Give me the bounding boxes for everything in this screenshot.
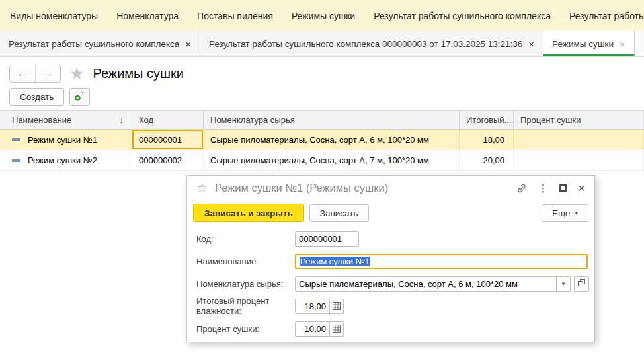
dialog-window-controls: ⋮ × bbox=[516, 182, 585, 194]
header-code[interactable]: Код bbox=[132, 111, 204, 129]
menu-item-nomenclature[interactable]: Номенклатура bbox=[116, 11, 179, 21]
menu-item-shop-result[interactable]: Результат работы цеха bbox=[569, 11, 644, 21]
tab-close-icon[interactable]: × bbox=[528, 39, 534, 49]
history-buttons: ← → bbox=[9, 65, 61, 83]
tab-drying-complex-result-doc[interactable]: Результат работы сушильного комплекса 00… bbox=[200, 31, 543, 56]
cell-name[interactable]: Режим сушки №2 bbox=[0, 150, 132, 170]
chevron-down-icon: ▾ bbox=[575, 210, 578, 216]
back-button[interactable]: ← bbox=[10, 65, 35, 82]
table-row[interactable]: Режим сушки №1 000000001 Сырые пиломатер… bbox=[0, 130, 644, 150]
header-raw-nomenclature[interactable]: Номенклатура сырья bbox=[204, 111, 460, 129]
menu-item-drying-modes[interactable]: Режимы сушки bbox=[292, 11, 355, 21]
tab-label: Результат работы сушильного комплекса bbox=[9, 39, 179, 49]
cell-raw[interactable]: Сырые пиломатериалы, Сосна, сорт А, 7 м,… bbox=[204, 150, 460, 170]
cell-drying[interactable] bbox=[514, 150, 644, 170]
create-button[interactable]: Создать bbox=[9, 88, 64, 106]
name-row: Наименование: Режим сушки №1 bbox=[196, 253, 588, 269]
raw-nomenclature-field[interactable]: Сырые пиломатериалы, Сосна, сорт А, 6 м,… bbox=[295, 276, 557, 292]
calculator-icon[interactable] bbox=[329, 322, 343, 336]
link-icon[interactable] bbox=[516, 183, 527, 194]
cell-drying[interactable] bbox=[514, 130, 644, 149]
selected-text: Режим сушки №1 bbox=[300, 257, 370, 266]
raw-nomenclature-row: Номенклатура сырья: Сырые пиломатериалы,… bbox=[196, 276, 588, 292]
menu-item-nomenclature-kinds[interactable]: Виды номенклатуры bbox=[10, 11, 98, 21]
tab-close-icon[interactable]: × bbox=[620, 39, 625, 49]
dialog-title: Режим сушки №1 (Режимы сушки) bbox=[215, 182, 516, 194]
cell-name[interactable]: Режим сушки №1 bbox=[0, 130, 132, 149]
close-icon[interactable]: × bbox=[578, 182, 585, 194]
dialog-form: Код: 000000001 Наименование: Режим сушки… bbox=[187, 226, 594, 337]
create-copy-button[interactable] bbox=[69, 88, 90, 106]
drying-percent-label: Процент сушки: bbox=[196, 324, 295, 334]
final-percent-row: Итоговый процент влажности: 18,00 bbox=[196, 298, 588, 314]
dialog-header: ☆ Режим сушки №1 (Режимы сушки) ⋮ × bbox=[187, 176, 594, 200]
maximize-icon[interactable] bbox=[559, 184, 567, 192]
menu-item-drying-complex-result[interactable]: Результат работы сушильного комплекса bbox=[374, 11, 551, 21]
table-header-row: Наименование ↓ Код Номенклатура сырья Ит… bbox=[0, 111, 644, 130]
final-percent-field[interactable]: 18,00 bbox=[295, 299, 344, 314]
calculator-icon[interactable] bbox=[329, 299, 343, 313]
code-field[interactable]: 000000001 bbox=[295, 231, 359, 247]
catalog-item-icon bbox=[12, 159, 20, 162]
more-menu-icon[interactable]: ⋮ bbox=[538, 182, 548, 194]
open-item-button[interactable] bbox=[574, 276, 589, 292]
raw-nomenclature-label: Номенклатура сырья: bbox=[196, 279, 295, 289]
chevron-down-icon: ▾ bbox=[562, 280, 565, 287]
menu-item-sawing-sets[interactable]: Поставы пиления bbox=[197, 11, 273, 21]
final-percent-label: Итоговый процент влажности: bbox=[196, 296, 295, 316]
page-title: Режимы сушки bbox=[93, 66, 184, 81]
cell-code-current[interactable]: 000000001 bbox=[132, 130, 204, 149]
cell-raw[interactable]: Сырые пиломатериалы, Сосна, сорт А, 6 м,… bbox=[204, 130, 460, 149]
name-field[interactable]: Режим сушки №1 bbox=[295, 254, 588, 269]
dialog-command-bar: Записать и закрыть Записать Еще ▾ bbox=[187, 200, 594, 226]
drying-mode-dialog: ☆ Режим сушки №1 (Режимы сушки) ⋮ × Запи… bbox=[186, 175, 595, 342]
code-label: Код: bbox=[196, 234, 295, 244]
favorite-star-outline-icon[interactable]: ☆ bbox=[196, 180, 208, 196]
tab-label: Режимы сушки bbox=[552, 39, 614, 49]
save-button[interactable]: Записать bbox=[309, 204, 369, 222]
cell-final[interactable]: 20,00 bbox=[460, 150, 514, 170]
more-button[interactable]: Еще ▾ bbox=[542, 204, 588, 222]
forward-button[interactable]: → bbox=[35, 65, 60, 82]
combo-dropdown-button[interactable]: ▾ bbox=[556, 276, 571, 292]
header-name[interactable]: Наименование ↓ bbox=[0, 111, 132, 129]
catalog-item-icon bbox=[12, 138, 20, 141]
tab-drying-complex-result[interactable]: Результат работы сушильного комплекса × bbox=[0, 31, 200, 56]
drying-modes-table: Наименование ↓ Код Номенклатура сырья Ит… bbox=[0, 110, 644, 171]
tab-bar: Результат работы сушильного комплекса × … bbox=[0, 31, 644, 57]
function-menu: Виды номенклатуры Номенклатура Поставы п… bbox=[0, 0, 644, 31]
tab-label: Результат работы сушильного комплекса 00… bbox=[209, 39, 522, 49]
header-drying-percent[interactable]: Процент сушки bbox=[514, 111, 644, 129]
tab-drying-modes[interactable]: Режимы сушки × bbox=[543, 31, 635, 56]
cell-code[interactable]: 000000002 bbox=[132, 150, 204, 170]
drying-percent-row: Процент сушки: 10,00 bbox=[196, 321, 588, 337]
favorite-star-icon[interactable]: ★ bbox=[69, 65, 84, 82]
header-final-percent[interactable]: Итоговый... bbox=[460, 111, 514, 129]
save-and-close-button[interactable]: Записать и закрыть bbox=[193, 204, 304, 222]
list-toolbar: Создать bbox=[9, 87, 644, 106]
document-plus-icon bbox=[74, 90, 85, 103]
open-in-window-icon bbox=[577, 278, 586, 289]
code-row: Код: 000000001 bbox=[196, 231, 588, 247]
table-row[interactable]: Режим сушки №2 000000002 Сырые пиломатер… bbox=[0, 150, 644, 171]
cell-final[interactable]: 18,00 bbox=[460, 130, 514, 149]
name-label: Наименование: bbox=[196, 257, 295, 266]
raw-nomenclature-combo: Сырые пиломатериалы, Сосна, сорт А, 6 м,… bbox=[295, 276, 589, 292]
sort-desc-icon: ↓ bbox=[120, 115, 124, 125]
drying-percent-field[interactable]: 10,00 bbox=[295, 321, 344, 337]
navigation-row: ← → ★ Режимы сушки bbox=[9, 64, 644, 83]
tab-close-icon[interactable]: × bbox=[185, 39, 191, 49]
